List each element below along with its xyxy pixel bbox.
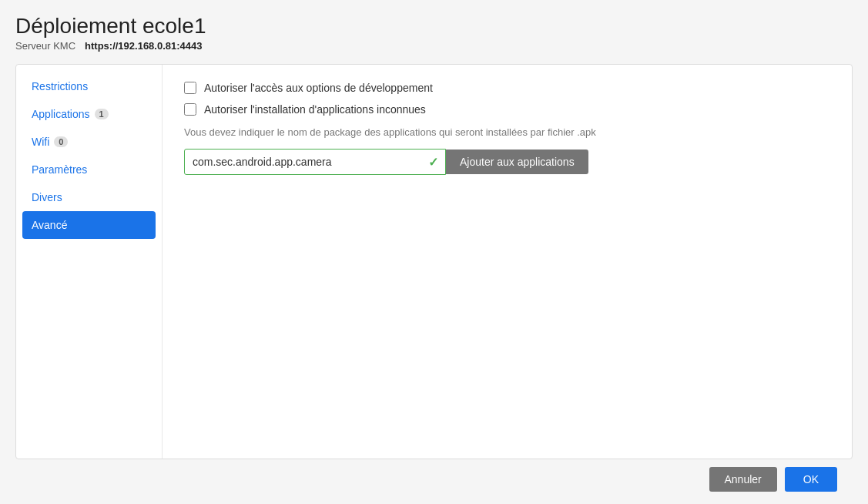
cancel-button[interactable]: Annuler: [709, 467, 777, 492]
checkbox-row-1: Autoriser l'accès aux options de dévelop…: [184, 82, 830, 94]
sidebar-item-parametres[interactable]: Paramètres: [16, 156, 162, 183]
sidebar: RestrictionsApplications1Wifi0Paramètres…: [16, 65, 163, 459]
sidebar-item-applications[interactable]: Applications1: [16, 100, 162, 128]
footer: Annuler OK: [15, 459, 853, 496]
sidebar-item-restrictions[interactable]: Restrictions: [16, 72, 162, 100]
checkbox-unknown-apps[interactable]: [184, 103, 196, 116]
checkbox-unknown-apps-label[interactable]: Autoriser l'installation d'applications …: [204, 103, 426, 116]
content-area: Autoriser l'accès aux options de dévelop…: [163, 65, 852, 459]
ok-button[interactable]: OK: [785, 467, 837, 492]
check-icon: ✓: [428, 155, 438, 170]
server-url: https://192.168.0.81:4443: [85, 40, 202, 52]
sidebar-item-wifi[interactable]: Wifi0: [16, 128, 162, 156]
sidebar-item-label-applications: Applications: [32, 108, 90, 120]
sidebar-badge-wifi: 0: [54, 136, 68, 147]
checkbox-dev-options[interactable]: [184, 82, 196, 94]
sidebar-item-label-avance: Avancé: [32, 219, 67, 231]
checkbox-dev-options-label[interactable]: Autoriser l'accès aux options de dévelop…: [204, 82, 433, 94]
sidebar-item-label-parametres: Paramètres: [32, 163, 87, 176]
server-label: Serveur KMC: [15, 40, 75, 52]
sidebar-item-label-wifi: Wifi: [32, 136, 49, 148]
package-input-wrapper: ✓: [184, 149, 446, 175]
add-to-applications-button[interactable]: Ajouter aux applications: [446, 150, 588, 174]
package-input-row: ✓ Ajouter aux applications: [184, 149, 830, 175]
hint-text: Vous devez indiquer le nom de package de…: [184, 126, 830, 138]
server-row: Serveur KMC https://192.168.0.81:4443: [15, 40, 853, 52]
sidebar-item-label-restrictions: Restrictions: [32, 80, 88, 92]
sidebar-badge-applications: 1: [95, 109, 109, 119]
sidebar-item-avance[interactable]: Avancé: [22, 211, 156, 239]
page-header: Déploiement ecole1 Serveur KMC https://1…: [15, 14, 853, 59]
sidebar-item-divers[interactable]: Divers: [16, 183, 162, 211]
main-card: RestrictionsApplications1Wifi0Paramètres…: [15, 64, 853, 459]
checkbox-row-2: Autoriser l'installation d'applications …: [184, 103, 830, 116]
sidebar-item-label-divers: Divers: [32, 191, 62, 203]
page-title: Déploiement ecole1: [15, 14, 853, 39]
package-input[interactable]: [184, 149, 446, 175]
